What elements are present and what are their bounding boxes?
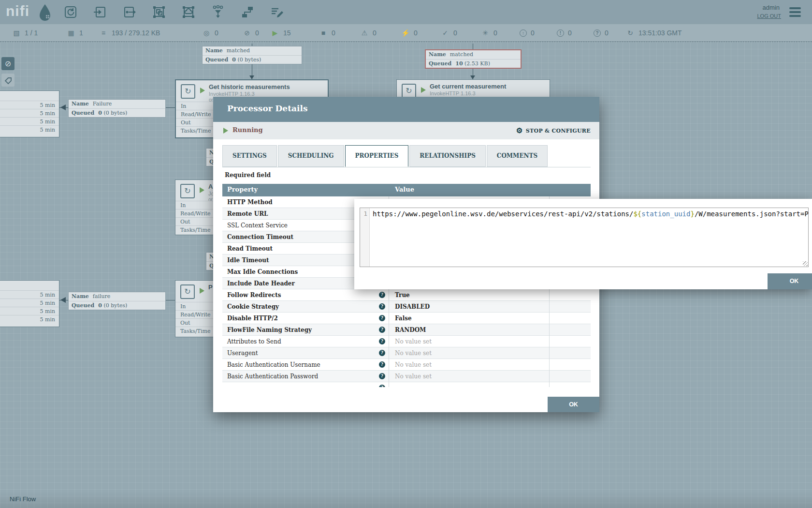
help-icon[interactable]: ? — [379, 350, 385, 356]
connection-line[interactable] — [166, 107, 175, 108]
running-icon — [200, 187, 204, 193]
tab-scheduling[interactable]: SCHEDULING — [278, 145, 344, 167]
nifi-logo: nifi — [6, 3, 29, 19]
remote-process-group-icon[interactable] — [180, 3, 197, 21]
help-icon[interactable]: ? — [379, 292, 385, 298]
connection-label-matched[interactable]: Namematched Queued0 (0 bytes) — [202, 46, 302, 64]
status-item-queued-data: ≡193 / 279.12 KB — [99, 24, 160, 42]
stat-row: 5 min — [0, 290, 59, 299]
property-row: FlowFile Naming Strategy?RANDOM — [222, 324, 591, 336]
help-icon[interactable]: ? — [379, 373, 385, 379]
property-value[interactable] — [389, 382, 550, 387]
arrow-down-icon — [249, 75, 254, 79]
code-segment-plain: https://www.pegelonline.wsv.de/webservic… — [373, 210, 633, 218]
property-value[interactable]: No value set — [389, 359, 550, 371]
stat-row: 5 min — [0, 299, 59, 307]
remote-url-value-input[interactable]: https://www.pegelonline.wsv.de/webservic… — [370, 208, 808, 267]
locally-modified-stale-icon: ! — [557, 30, 564, 37]
property-name: ? — [222, 382, 389, 387]
stop-and-configure-button[interactable]: ⚙ STOP & CONFIGURE — [516, 126, 591, 135]
status-item-transmitting: ◎0 — [202, 24, 218, 42]
template-icon[interactable] — [239, 3, 256, 21]
property-value[interactable]: RANDOM — [389, 324, 550, 336]
stats-5min: 5 min5 min5 min5 min — [0, 290, 59, 327]
nifi-drop-icon — [39, 3, 51, 21]
property-value[interactable]: False — [389, 313, 550, 324]
property-value[interactable]: True — [389, 289, 550, 301]
property-name: FlowFile Naming Strategy? — [222, 324, 389, 336]
refresh-icon[interactable]: ↻ — [626, 29, 635, 37]
output-port-icon[interactable] — [121, 3, 138, 21]
processor-card-partial[interactable]: 5 min5 min5 min5 min — [0, 90, 59, 137]
connection-line[interactable] — [166, 300, 175, 300]
funnel-icon[interactable] — [209, 3, 227, 21]
property-name: Useragent? — [222, 347, 389, 359]
processor-card-partial[interactable]: 5 min5 min5 min5 min — [0, 280, 59, 327]
status-item-up-to-date: ✓0 — [441, 24, 457, 42]
running-icon — [223, 128, 228, 134]
status-count: 193 / 279.12 KB — [112, 29, 160, 37]
help-icon[interactable]: ? — [379, 315, 385, 321]
status-count: 1 / 1 — [25, 29, 38, 37]
property-row: Disable HTTP/2?False — [222, 313, 591, 324]
connection-label-failure[interactable]: NameFailure Queued0 (0 bytes) — [68, 99, 166, 118]
status-item-disabled: ⚡0 — [401, 24, 418, 42]
editor-ok-button[interactable]: OK — [768, 273, 812, 289]
help-icon[interactable]: ? — [379, 303, 385, 310]
tab-comments[interactable]: COMMENTS — [487, 145, 548, 167]
status-count: 0 — [605, 29, 609, 37]
logout-link[interactable]: LOG OUT — [757, 13, 781, 19]
processor-run-status: Running — [232, 126, 263, 134]
status-bar: ▧1 / 1▦1≡193 / 279.12 KB◎0⊘0▶15■0⚠0⚡0✓0✳… — [0, 24, 812, 42]
tab-relationships[interactable]: RELATIONSHIPS — [409, 145, 485, 167]
property-row: Cookie Strategy?DISABLED — [222, 301, 591, 313]
status-count: 15 — [283, 29, 291, 37]
label-icon[interactable] — [268, 3, 286, 21]
arrow-left-icon — [60, 105, 66, 110]
property-name: Disable HTTP/2? — [222, 313, 389, 324]
last-refresh-time: 13:51:03 GMT — [638, 29, 682, 37]
property-value[interactable]: DISABLED — [389, 301, 550, 313]
process-group-icon[interactable] — [150, 3, 168, 21]
property-value[interactable]: No value set — [389, 347, 550, 359]
breadcrumb[interactable]: NiFi Flow — [10, 495, 36, 503]
property-row: ? — [222, 382, 591, 387]
status-item-cluster-nodes: ▦1 — [67, 24, 83, 42]
status-item-locally-modified-stale: !0 — [557, 24, 572, 42]
tab-settings[interactable]: SETTINGS — [222, 145, 277, 167]
dialog-status-row: Running ⚙ STOP & CONFIGURE — [213, 122, 599, 139]
processor-type-icon: ↻ — [180, 184, 195, 198]
processor-type-icon: ↻ — [402, 84, 416, 98]
resize-handle-icon[interactable] — [803, 261, 808, 266]
property-value[interactable]: No value set — [389, 336, 550, 347]
tab-properties[interactable]: PROPERTIES — [345, 145, 409, 167]
help-icon[interactable]: ? — [379, 361, 385, 368]
expression-editor[interactable]: 1 https://www.pegelonline.wsv.de/webserv… — [360, 208, 809, 267]
help-icon[interactable]: ? — [379, 338, 385, 344]
stat-row: 5 min — [0, 307, 59, 315]
status-item-locally-modified: ✳0 — [481, 24, 497, 42]
stop-configure-icon: ⚙ — [516, 126, 523, 135]
not-transmitting-edge-icon: ⊘ — [1, 57, 14, 70]
code-segment-subject: station_uuid — [641, 210, 690, 218]
value-editor-popup: 1 https://www.pegelonline.wsv.de/webserv… — [354, 199, 812, 289]
connection-label-matched-highlighted[interactable]: Namematched Queued10 (2.53 KB) — [425, 49, 522, 69]
global-menu-icon[interactable] — [789, 7, 801, 17]
current-user: admin — [763, 4, 780, 11]
help-icon[interactable]: ? — [379, 327, 385, 333]
connection-label-failure[interactable]: Namefailure Queued0 (0 bytes) — [68, 292, 166, 310]
arrow-down-icon — [470, 75, 475, 79]
running-icon — [200, 88, 205, 93]
threads-icon: ▧ — [12, 29, 21, 37]
property-value[interactable]: No value set — [389, 371, 550, 382]
status-count: 0 — [453, 29, 457, 37]
up-to-date-icon: ✓ — [441, 29, 450, 37]
dialog-ok-button[interactable]: OK — [548, 397, 599, 412]
input-port-icon[interactable] — [91, 3, 109, 21]
status-count: 0 — [414, 29, 418, 37]
status-count: 0 — [568, 29, 572, 37]
processor-icon[interactable] — [62, 3, 79, 21]
status-item-threads: ▧1 / 1 — [12, 24, 38, 42]
help-icon[interactable]: ? — [379, 385, 385, 387]
refresh-status[interactable]: ↻13:51:03 GMT — [626, 24, 682, 42]
